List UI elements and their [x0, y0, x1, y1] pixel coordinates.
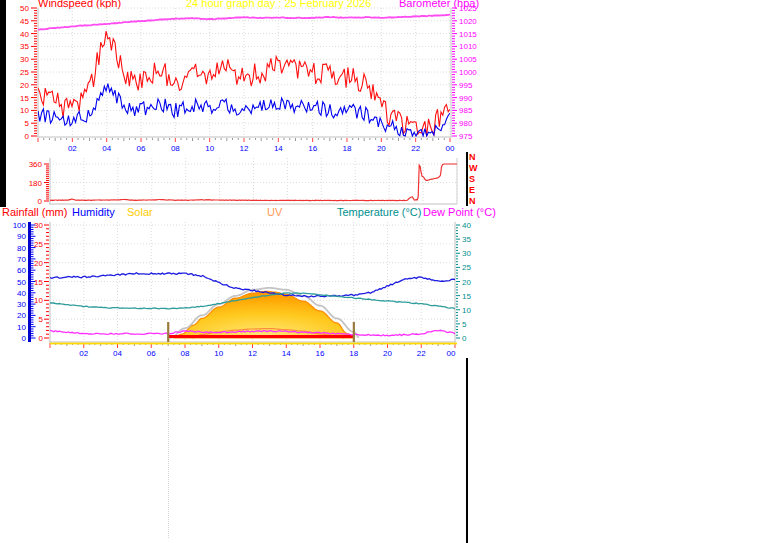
svg-text:70: 70 [17, 255, 26, 264]
svg-text:985: 985 [459, 106, 473, 115]
svg-text:20: 20 [20, 81, 29, 90]
svg-text:10: 10 [214, 349, 223, 358]
svg-text:0: 0 [22, 334, 27, 343]
svg-text:00: 00 [446, 144, 455, 153]
weather-24h-graph-screen: Windspeed (kph) 24 hour graph day : 25 F… [0, 0, 761, 543]
svg-text:50: 50 [17, 278, 26, 287]
svg-text:975: 975 [459, 132, 473, 141]
legend-solar: Solar [127, 206, 153, 218]
svg-text:60: 60 [17, 266, 26, 275]
svg-text:1020: 1020 [459, 17, 477, 26]
svg-text:10: 10 [34, 296, 43, 305]
svg-text:0: 0 [462, 334, 467, 343]
top-series-barometer [38, 15, 450, 30]
compass-label: W [469, 163, 481, 174]
mid-chart-left-axis: 0180360 [29, 160, 49, 206]
svg-text:20: 20 [383, 349, 392, 358]
svg-text:20: 20 [462, 278, 471, 287]
svg-text:5: 5 [462, 320, 467, 329]
svg-text:10: 10 [17, 323, 26, 332]
svg-text:40: 40 [20, 30, 29, 39]
top-chart-right-axis: 975980985990995100010051010101510201025 [452, 4, 477, 141]
legend-humidity: Humidity [72, 206, 115, 218]
svg-text:15: 15 [34, 278, 43, 287]
svg-text:25: 25 [462, 263, 471, 272]
svg-text:12: 12 [240, 144, 249, 153]
svg-text:22: 22 [417, 349, 426, 358]
svg-text:10: 10 [205, 144, 214, 153]
charts-canvas: 0510152025303540455097598098599099510001… [0, 0, 761, 543]
legend-uv: UV [267, 206, 282, 218]
svg-text:16: 16 [316, 349, 325, 358]
svg-text:1010: 1010 [459, 42, 477, 51]
svg-text:0: 0 [38, 197, 43, 206]
svg-text:18: 18 [343, 144, 352, 153]
top-chart-grid [38, 8, 450, 136]
svg-text:10: 10 [462, 306, 471, 315]
legend-dew-point: Dew Point (°C) [423, 206, 496, 218]
series-legend-row: Rainfall (mm) Humidity Solar UV Temperat… [0, 206, 520, 219]
svg-text:04: 04 [113, 349, 122, 358]
top-chart-x-axis: 020406081012141618202200 [38, 138, 455, 153]
svg-text:20: 20 [34, 259, 43, 268]
svg-text:5: 5 [25, 119, 30, 128]
svg-text:08: 08 [171, 144, 180, 153]
svg-text:20: 20 [377, 144, 386, 153]
svg-text:30: 30 [462, 249, 471, 258]
svg-text:40: 40 [17, 289, 26, 298]
svg-text:0: 0 [39, 334, 44, 343]
svg-text:14: 14 [282, 349, 291, 358]
bottom-x-axis: 020406081012141618202200 [50, 343, 456, 358]
svg-text:06: 06 [137, 144, 146, 153]
compass-label: E [469, 185, 481, 196]
svg-text:06: 06 [147, 349, 156, 358]
svg-text:35: 35 [462, 235, 471, 244]
svg-text:10: 10 [20, 106, 29, 115]
svg-text:25: 25 [20, 68, 29, 77]
svg-text:15: 15 [20, 94, 29, 103]
mid-chart-grid [50, 158, 457, 204]
svg-text:50: 50 [20, 4, 29, 13]
sunrise-dotted-guide [168, 358, 169, 538]
svg-text:16: 16 [308, 144, 317, 153]
svg-text:990: 990 [459, 94, 473, 103]
svg-text:80: 80 [17, 244, 26, 253]
solar-baseline [50, 343, 457, 345]
svg-text:12: 12 [248, 349, 257, 358]
bottom-temperature-axis: 0510152025303540 [456, 221, 471, 343]
legend-rainfall: Rainfall (mm) [2, 206, 67, 218]
top-chart-left-axis: 05101520253035404550 [20, 4, 37, 141]
compass-label: N [469, 152, 481, 163]
svg-text:22: 22 [411, 144, 420, 153]
svg-text:995: 995 [459, 81, 473, 90]
svg-text:30: 30 [17, 300, 26, 309]
svg-text:980: 980 [459, 119, 473, 128]
svg-text:30: 30 [20, 55, 29, 64]
svg-text:25: 25 [34, 240, 43, 249]
svg-text:1015: 1015 [459, 30, 477, 39]
wind-direction-compass-labels: NWSEN [469, 152, 481, 208]
svg-text:02: 02 [68, 144, 77, 153]
svg-text:15: 15 [462, 292, 471, 301]
svg-text:1005: 1005 [459, 55, 477, 64]
svg-text:1000: 1000 [459, 68, 477, 77]
svg-text:18: 18 [349, 349, 358, 358]
svg-text:1025: 1025 [459, 4, 477, 13]
bottom-rainfall-axis: 051015202530 [34, 221, 49, 343]
svg-text:30: 30 [34, 221, 43, 230]
legend-temperature: Temperature (°C) [337, 206, 421, 218]
svg-text:08: 08 [181, 349, 190, 358]
svg-text:02: 02 [79, 349, 88, 358]
divider-line-lower [466, 358, 468, 543]
svg-text:180: 180 [29, 179, 43, 188]
svg-text:20: 20 [17, 311, 26, 320]
svg-text:14: 14 [274, 144, 283, 153]
svg-text:5: 5 [39, 315, 44, 324]
svg-text:04: 04 [102, 144, 111, 153]
svg-text:40: 40 [462, 221, 471, 230]
svg-text:360: 360 [29, 160, 43, 169]
svg-text:45: 45 [20, 17, 29, 26]
compass-label: S [469, 174, 481, 185]
divider-line-upper [466, 152, 468, 206]
svg-text:00: 00 [447, 349, 456, 358]
